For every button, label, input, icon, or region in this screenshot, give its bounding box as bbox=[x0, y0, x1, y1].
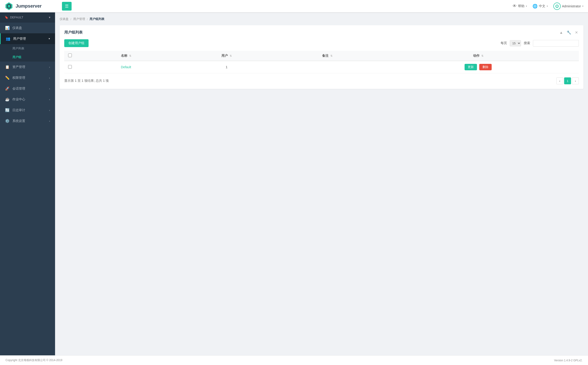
eye-icon: 👁 bbox=[513, 4, 517, 8]
sidebar-item-asset-mgmt[interactable]: 📋 资产管理 ‹ bbox=[0, 62, 55, 72]
table-body: Default 1 更新 删除 bbox=[64, 61, 579, 73]
menu-toggle-icon: ☰ bbox=[65, 4, 69, 9]
next-page-button[interactable]: › bbox=[572, 77, 579, 84]
job-icon: ☕ bbox=[5, 97, 10, 102]
audit-expand-icon: ‹ bbox=[49, 109, 50, 112]
name-sort-icon[interactable]: ⇅ bbox=[129, 55, 131, 57]
sidebar-item-label: 仪表盘 bbox=[12, 26, 22, 30]
sidebar-item-job-center[interactable]: ☕ 作业中心 ‹ bbox=[0, 94, 55, 105]
header-left: Jumpserver bbox=[5, 2, 60, 11]
actions-sort-icon[interactable]: ⇅ bbox=[481, 55, 483, 57]
collapse-button[interactable]: ▲ bbox=[558, 30, 564, 35]
breadcrumb: 仪表盘 / 用户管理 / 用户组列表 bbox=[60, 17, 583, 21]
user-group-table: 名称 ⇅ 用户 ⇅ 备注 ⇅ 动作 ⇅ bbox=[64, 51, 579, 73]
breadcrumb-user-mgmt[interactable]: 用户管理 bbox=[73, 17, 85, 21]
sidebar-item-label: 系统设置 bbox=[12, 119, 25, 123]
language-menu[interactable]: 🌐 中文 ▾ bbox=[533, 4, 548, 9]
col-checkbox bbox=[64, 51, 76, 61]
language-arrow-icon: ▾ bbox=[547, 5, 548, 7]
breadcrumb-sep-1: / bbox=[70, 17, 71, 21]
col-users: 用户 ⇅ bbox=[176, 51, 277, 61]
pagination: ‹ 1 › bbox=[556, 77, 579, 84]
wrench-button[interactable]: 🔧 bbox=[566, 30, 572, 35]
breadcrumb-dashboard[interactable]: 仪表盘 bbox=[60, 17, 69, 21]
settings-icon: ⚙️ bbox=[5, 119, 10, 123]
card-title: 用户组列表 ▲ 🔧 ✕ bbox=[64, 30, 579, 35]
main-card: 用户组列表 ▲ 🔧 ✕ 创建用户组 每页 10 15 25 bbox=[60, 25, 583, 89]
dashboard-icon: 📊 bbox=[5, 26, 10, 30]
update-button[interactable]: 更新 bbox=[465, 64, 477, 70]
header-center: ☰ bbox=[60, 2, 513, 11]
per-page-label: 每页 bbox=[500, 41, 507, 45]
search-input[interactable] bbox=[533, 40, 579, 47]
logo-icon bbox=[5, 2, 13, 11]
prev-page-button[interactable]: ‹ bbox=[556, 77, 563, 84]
toolbar-right: 每页 10 15 25 50 搜索 bbox=[500, 40, 579, 47]
app-body: 🔖 DEFAULT ▾ 📊 仪表盘 👥 用户管理 ▾ 用户列表 用户组 📋 资产… bbox=[0, 12, 588, 365]
sidebar-item-label: 日志审计 bbox=[12, 108, 25, 112]
admin-menu[interactable]: ⏻ Administrator ▾ bbox=[553, 2, 583, 10]
table-header: 名称 ⇅ 用户 ⇅ 备注 ⇅ 动作 ⇅ bbox=[64, 51, 579, 61]
header-right: 👁 帮助 ▾ 🌐 中文 ▾ ⏻ Administrator ▾ bbox=[513, 2, 583, 10]
audit-icon: 🔄 bbox=[5, 108, 10, 112]
menu-toggle-button[interactable]: ☰ bbox=[62, 2, 72, 11]
create-user-group-button[interactable]: 创建用户组 bbox=[64, 39, 88, 47]
table-row: Default 1 更新 删除 bbox=[64, 61, 579, 73]
sidebar-item-user-mgmt[interactable]: 👥 用户管理 ▾ bbox=[0, 33, 55, 44]
close-button[interactable]: ✕ bbox=[574, 30, 579, 35]
asset-icon: 📋 bbox=[5, 65, 10, 69]
sidebar-item-perm-mgmt[interactable]: ✏️ 权限管理 ‹ bbox=[0, 72, 55, 83]
session-expand-icon: ‹ bbox=[49, 87, 50, 90]
org-arrow-icon: ▾ bbox=[49, 16, 50, 19]
help-arrow-icon: ▾ bbox=[526, 5, 527, 7]
toolbar: 创建用户组 每页 10 15 25 50 搜索 bbox=[64, 39, 579, 47]
sidebar-item-label: 作业中心 bbox=[12, 97, 25, 102]
bookmark-icon: 🔖 bbox=[5, 16, 8, 19]
sidebar-item-label: 会话管理 bbox=[12, 87, 25, 91]
table-footer: 显示第 1 至 1 项结果; 总共 1 项 ‹ 1 › bbox=[64, 77, 579, 84]
row-users-cell: 1 bbox=[176, 61, 277, 73]
select-all-checkbox[interactable] bbox=[68, 54, 72, 57]
delete-button[interactable]: 删除 bbox=[479, 64, 492, 70]
header: Jumpserver ☰ 👁 帮助 ▾ 🌐 中文 ▾ ⏻ Administrat… bbox=[0, 0, 588, 12]
toolbar-left: 创建用户组 bbox=[64, 39, 88, 47]
users-sort-icon[interactable]: ⇅ bbox=[230, 55, 232, 57]
sidebar-item-audit-log[interactable]: 🔄 日志审计 ‹ bbox=[0, 105, 55, 116]
help-label: 帮助 bbox=[518, 4, 524, 8]
sidebar-org[interactable]: 🔖 DEFAULT ▾ bbox=[0, 12, 55, 22]
logo-area: Jumpserver bbox=[5, 2, 41, 11]
row-notes-cell bbox=[277, 61, 377, 73]
row-checkbox[interactable] bbox=[68, 65, 72, 69]
perm-icon: ✏️ bbox=[5, 76, 10, 80]
col-name: 名称 ⇅ bbox=[76, 51, 176, 61]
app-name: Jumpserver bbox=[16, 3, 41, 9]
card-title-actions: ▲ 🔧 ✕ bbox=[558, 30, 579, 35]
session-icon: 🚀 bbox=[5, 86, 10, 91]
user-group-name-link[interactable]: Default bbox=[121, 65, 131, 69]
sidebar-item-label: 用户管理 bbox=[13, 37, 26, 41]
copyright: Copyright 北京堆栈科技有限公司 © 2014-2019 bbox=[6, 358, 62, 362]
sidebar-item-session-mgmt[interactable]: 🚀 会话管理 ‹ bbox=[0, 83, 55, 94]
main-content: 仪表盘 / 用户管理 / 用户组列表 用户组列表 ▲ 🔧 ✕ 创建用户组 bbox=[55, 12, 588, 365]
notes-sort-icon[interactable]: ⇅ bbox=[330, 55, 332, 57]
language-icon: 🌐 bbox=[533, 4, 538, 9]
sidebar-item-dashboard[interactable]: 📊 仪表盘 bbox=[0, 22, 55, 33]
sidebar-submenu-user: 用户列表 用户组 bbox=[0, 44, 55, 62]
help-menu[interactable]: 👁 帮助 ▾ bbox=[513, 4, 527, 8]
user-mgmt-icon: 👥 bbox=[6, 36, 10, 41]
breadcrumb-sep-2: / bbox=[87, 17, 88, 21]
sidebar-item-user-list[interactable]: 用户列表 bbox=[0, 44, 55, 53]
user-group-users-count: 1 bbox=[226, 65, 228, 69]
per-page-select[interactable]: 10 15 25 50 bbox=[510, 40, 521, 46]
sidebar-item-user-group[interactable]: 用户组 bbox=[0, 53, 55, 62]
sidebar-item-system-settings[interactable]: ⚙️ 系统设置 ‹ bbox=[0, 116, 55, 126]
power-icon: ⏻ bbox=[555, 4, 559, 8]
page-title: 用户组列表 bbox=[64, 30, 83, 35]
sidebar-org-left: 🔖 DEFAULT bbox=[5, 16, 23, 19]
breadcrumb-current: 用户组列表 bbox=[89, 17, 104, 21]
page-1-button[interactable]: 1 bbox=[564, 77, 571, 84]
admin-avatar: ⏻ bbox=[553, 2, 561, 10]
sidebar-item-label: 资产管理 bbox=[12, 65, 25, 69]
org-label: DEFAULT bbox=[10, 16, 23, 19]
perm-expand-icon: ‹ bbox=[49, 77, 50, 79]
